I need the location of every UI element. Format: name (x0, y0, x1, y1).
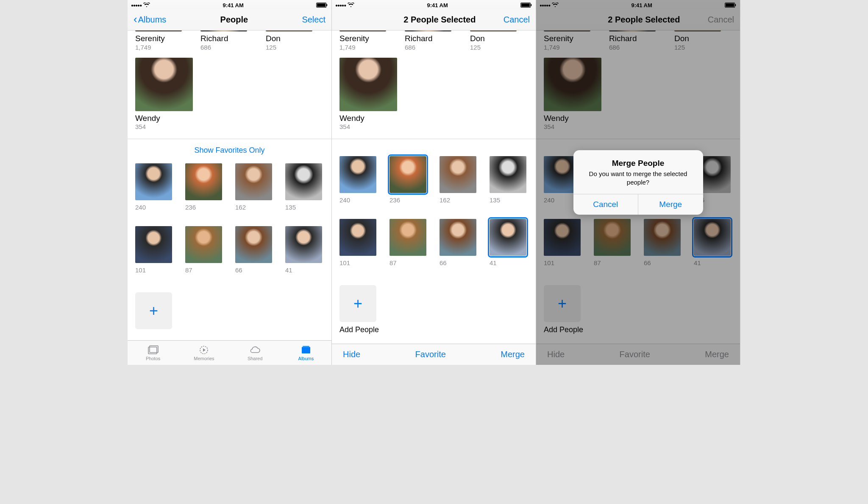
signal-dots-icon: ●●●●● (131, 3, 142, 8)
person-name: Richard (200, 34, 247, 43)
person-wendy[interactable]: Wendy 354 (135, 58, 324, 130)
face-item[interactable]: 87 (185, 226, 223, 274)
person-count: 686 (405, 44, 451, 51)
back-albums-button[interactable]: ‹ Albums (134, 15, 166, 25)
face-item[interactable]: 240 (339, 156, 377, 204)
face-thumb (235, 226, 272, 263)
content: Serenity 1,749 Richard 686 Don 125 Wendy… (332, 31, 536, 344)
person-wendy[interactable]: Wendy 354 (339, 58, 528, 130)
person-thumb (339, 58, 397, 111)
nav-bar: ‹ Albums People Select (128, 9, 331, 31)
nav-bar: 2 People Selected Cancel (332, 9, 536, 31)
face-item[interactable]: 87 (389, 219, 427, 266)
memories-icon (198, 345, 210, 355)
tab-memories[interactable]: Memories (178, 341, 229, 365)
face-item[interactable]: 66 (235, 226, 273, 274)
face-item[interactable]: 101 (135, 226, 172, 274)
person-name: Wendy (135, 114, 324, 123)
albums-icon (300, 345, 312, 355)
person-thumb (339, 31, 386, 31)
person-thumb (266, 31, 312, 31)
face-item[interactable]: 236 (185, 163, 223, 211)
face-item[interactable]: 162 (440, 156, 477, 204)
face-count: 162 (235, 204, 273, 211)
person-don[interactable]: Don 125 (470, 31, 517, 51)
face-count: 162 (440, 196, 477, 204)
add-people-tile[interactable]: + Add People (339, 285, 528, 334)
show-favorites-only-button[interactable]: Show Favorites Only (135, 143, 324, 161)
person-richard[interactable]: Richard 686 (405, 31, 451, 51)
person-count: 1,749 (339, 44, 386, 51)
divider (332, 139, 536, 139)
face-count: 135 (490, 196, 527, 204)
person-count: 354 (339, 123, 528, 130)
face-thumb (135, 163, 172, 200)
svg-marker-6 (203, 348, 206, 352)
face-item[interactable]: 101 (339, 219, 377, 266)
favorite-button[interactable]: Favorite (415, 350, 446, 359)
named-people-row: Serenity 1,749 Richard 686 Don 125 (339, 31, 528, 51)
svg-rect-2 (326, 4, 327, 6)
person-thumb (135, 31, 182, 31)
person-thumb (470, 31, 517, 31)
alert-cancel-button[interactable]: Cancel (573, 194, 639, 215)
tab-albums[interactable]: Albums (281, 341, 331, 365)
person-serenity[interactable]: Serenity 1,749 (135, 31, 182, 51)
face-item[interactable]: 66 (440, 219, 477, 266)
merge-alert: Merge People Do you want to merge the se… (573, 150, 703, 215)
face-thumb (490, 156, 526, 193)
person-count: 125 (470, 44, 517, 51)
faces-row-2: 101 87 66 41 (135, 226, 324, 274)
face-thumb (185, 163, 222, 200)
select-button[interactable]: Select (302, 15, 326, 25)
face-thumb (135, 226, 172, 263)
tab-label: Albums (298, 356, 314, 361)
face-count: 87 (185, 266, 223, 274)
modal-overlay: Merge People Do you want to merge the se… (536, 0, 740, 365)
cloud-icon (249, 345, 261, 355)
face-count: 87 (389, 259, 427, 266)
face-thumb (440, 219, 476, 256)
tab-shared[interactable]: Shared (230, 341, 281, 365)
face-thumb (285, 226, 322, 263)
merge-button[interactable]: Merge (501, 350, 525, 359)
faces-row-2: 101 87 66 41 (339, 219, 528, 266)
face-item[interactable]: 135 (285, 163, 323, 211)
face-item-selected[interactable]: 41 (490, 219, 527, 266)
face-count: 41 (285, 266, 323, 274)
screen-people-browse: ●●●●● 9:41 AM ‹ Albums People Select Ser… (128, 0, 332, 365)
face-item[interactable]: 162 (235, 163, 273, 211)
selection-toolbar: Hide Favorite Merge (332, 344, 536, 365)
alert-title: Merge People (582, 159, 695, 168)
person-richard[interactable]: Richard 686 (200, 31, 247, 51)
person-don[interactable]: Don 125 (266, 31, 312, 51)
face-count: 101 (135, 266, 172, 274)
status-time: 9:41 AM (223, 2, 243, 8)
status-time: 9:41 AM (427, 2, 448, 8)
face-item[interactable]: 41 (285, 226, 323, 274)
face-item-selected[interactable]: 236 (389, 156, 427, 204)
face-count: 240 (339, 196, 377, 204)
face-thumb (339, 156, 376, 193)
face-count: 135 (285, 204, 323, 211)
chevron-left-icon: ‹ (134, 14, 137, 25)
face-item[interactable]: 240 (135, 163, 172, 211)
cancel-button[interactable]: Cancel (504, 15, 530, 25)
page-title: People (166, 15, 302, 25)
hide-button[interactable]: Hide (343, 350, 360, 359)
person-name: Wendy (339, 114, 528, 123)
person-serenity[interactable]: Serenity 1,749 (339, 31, 386, 51)
tab-photos[interactable]: Photos (128, 341, 178, 365)
divider (128, 139, 331, 139)
svg-rect-1 (317, 3, 326, 7)
add-people-tile[interactable]: + (135, 292, 324, 329)
face-item[interactable]: 135 (490, 156, 527, 204)
battery-icon (316, 3, 328, 8)
plus-icon: + (149, 302, 158, 320)
face-thumb (389, 156, 426, 193)
svg-rect-11 (531, 4, 531, 6)
person-name: Serenity (135, 34, 182, 43)
face-thumb (490, 219, 526, 256)
person-thumb (405, 31, 451, 31)
alert-merge-button[interactable]: Merge (638, 194, 703, 215)
